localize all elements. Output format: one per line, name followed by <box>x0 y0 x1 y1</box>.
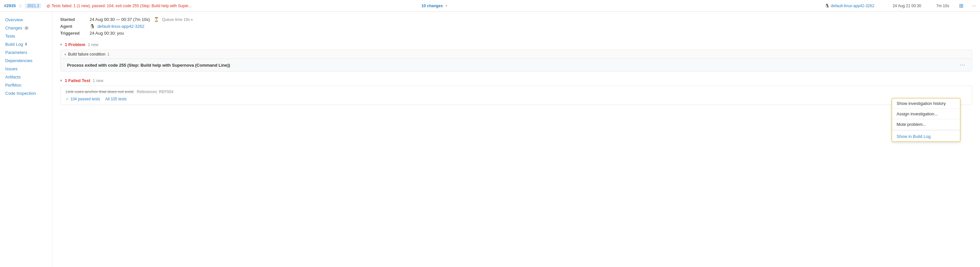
sidebar-label-parameters: Parameters <box>5 50 27 55</box>
failed-tests-title: 1 Failed Test <box>65 78 90 83</box>
build-id[interactable]: #2935 <box>4 3 16 8</box>
sidebar-item-changes[interactable]: Changes 8 <box>0 24 52 32</box>
queue-time: Queue time 19s <box>162 17 190 22</box>
star-icon[interactable]: ☆ <box>18 3 22 8</box>
context-menu-divider <box>892 130 960 131</box>
changes-dropdown-icon[interactable]: ▾ <box>445 4 447 8</box>
test-refs: References: REF004 <box>137 89 173 94</box>
page-layout: Overview Changes 8 Tests Build Log ⬇ Par… <box>0 12 980 267</box>
build-status: ⊘ Tests failed: 1 (1 new), passed: 104; … <box>46 3 419 8</box>
download-icon: ⬇ <box>24 42 27 46</box>
started-label: Started <box>60 17 90 22</box>
failed-tests-header: ▾ 1 Failed Test 1 new <box>60 78 972 83</box>
passed-count: ✓ 104 passed tests <box>66 97 100 101</box>
sidebar-item-issues[interactable]: Issues <box>0 65 52 73</box>
sidebar-item-perfmon[interactable]: PerfMon <box>0 81 52 89</box>
error-icon: ⊘ <box>46 3 50 8</box>
started-time: 24 Aug 00:30 — 00:37 (7m 10s) <box>90 17 150 22</box>
sidebar: Overview Changes 8 Tests Build Log ⬇ Par… <box>0 12 52 267</box>
subsection-toggle[interactable]: ▾ <box>64 52 66 56</box>
failure-more-icon[interactable]: ··· <box>960 62 965 68</box>
context-menu-mute-problem[interactable]: Mute problem... <box>892 119 960 130</box>
build-info-table: Started 24 Aug 00:30 — 00:37 (7m 10s) ⏳ … <box>60 17 972 36</box>
test-counts: ✓ 104 passed tests All 105 tests <box>66 97 967 101</box>
sidebar-label-issues: Issues <box>5 66 18 71</box>
agent-icon: 🐧 <box>825 3 829 8</box>
queue-dropdown-icon[interactable]: ▾ <box>191 18 192 22</box>
problems-toggle[interactable]: ▾ <box>60 43 62 47</box>
sidebar-item-overview[interactable]: Overview <box>0 16 52 24</box>
triggered-value: 24 Aug 00:30: you <box>90 31 124 36</box>
sidebar-label-tests: Tests <box>5 34 15 38</box>
started-value: 24 Aug 00:30 — 00:37 (7m 10s) ⏳ Queue ti… <box>90 17 192 22</box>
agent-info: 🐧 default-linux-app42-3262 <box>825 3 874 8</box>
top-more-icon[interactable]: ··· <box>972 3 976 9</box>
agent-value: 🐧 default-linux-app42-3262 <box>90 24 144 29</box>
info-row-started: Started 24 Aug 00:30 — 00:37 (7m 10s) ⏳ … <box>60 17 972 22</box>
status-text: Tests failed: 1 (1 new), passed: 104; ex… <box>52 3 192 8</box>
sidebar-label-code-inspection: Code Inspection <box>5 91 36 96</box>
agent-label: Agent <box>60 24 90 29</box>
problems-section: ▾ 1 Problem 1 new ▾ Build failure condit… <box>60 42 972 72</box>
test-name[interactable]: Link uses anchor that does not exist <box>66 89 134 94</box>
problems-new-count: 1 new <box>88 43 99 47</box>
top-bar: #2935 ☆ 2021.2 ⊘ Tests failed: 1 (1 new)… <box>0 0 980 12</box>
info-row-triggered: Triggered 24 Aug 00:30: you <box>60 31 972 36</box>
agent-name[interactable]: default-linux-app42-3262 <box>831 3 874 8</box>
failure-row: Process exited with code 255 (Step: Buil… <box>60 59 972 71</box>
changes-badge: 8 <box>24 26 29 30</box>
subsection-title: Build failure condition <box>68 52 105 57</box>
sidebar-label-buildlog: Build Log <box>5 42 23 47</box>
agent-link[interactable]: default-linux-app42-3262 <box>97 24 145 29</box>
layers-icon[interactable]: ⊞ <box>959 3 963 9</box>
problems-title: 1 Problem <box>65 42 85 47</box>
test-name-row: Link uses anchor that does not exist Ref… <box>66 89 967 94</box>
triggered-label: Triggered <box>60 31 90 36</box>
sidebar-label-changes: Changes <box>5 25 22 30</box>
context-menu-investigation-history[interactable]: Show investigation history <box>892 99 960 109</box>
sidebar-label-dependencies: Dependencies <box>5 58 32 63</box>
problems-header: ▾ 1 Problem 1 new <box>60 42 972 47</box>
all-tests-link[interactable]: All 105 tests <box>105 97 127 101</box>
failed-tests-toggle[interactable]: ▾ <box>60 78 62 83</box>
sidebar-label-perfmon: PerfMon <box>5 83 21 87</box>
subsection-header: ▾ Build failure condition 1 <box>60 50 972 59</box>
build-duration: 7m 10s <box>936 3 949 8</box>
context-menu-show-in-log[interactable]: Show in Build Log <box>892 131 960 141</box>
changes-link[interactable]: 10 changes <box>421 3 442 8</box>
sidebar-label-overview: Overview <box>5 17 23 22</box>
failure-text: Process exited with code 255 (Step: Buil… <box>67 63 230 68</box>
sidebar-item-dependencies[interactable]: Dependencies <box>0 57 52 65</box>
failed-tests-section: ▾ 1 Failed Test 1 new Link uses anchor t… <box>60 78 972 105</box>
sidebar-item-artifacts[interactable]: Artifacts <box>0 73 52 81</box>
agent-os-icon: 🐧 <box>90 24 95 29</box>
failed-test-row: Link uses anchor that does not exist Ref… <box>60 86 972 105</box>
passed-icon: ✓ <box>66 97 69 101</box>
main-content: Started 24 Aug 00:30 — 00:37 (7m 10s) ⏳ … <box>52 12 980 267</box>
build-failure-subsection: ▾ Build failure condition 1 Process exit… <box>60 50 972 72</box>
hourglass-icon: ⏳ <box>154 17 159 22</box>
subsection-count: 1 <box>107 52 110 57</box>
build-version: 2021.2 <box>25 3 41 8</box>
sidebar-item-tests[interactable]: Tests <box>0 32 52 40</box>
sidebar-item-code-inspection[interactable]: Code Inspection <box>0 89 52 97</box>
failed-tests-new-count: 1 new <box>93 78 103 83</box>
sidebar-item-parameters[interactable]: Parameters <box>0 48 52 57</box>
context-menu: Show investigation history Assign invest… <box>892 98 960 142</box>
info-row-agent: Agent 🐧 default-linux-app42-3262 <box>60 24 972 29</box>
context-menu-assign-investigation[interactable]: Assign investigation... <box>892 109 960 119</box>
sidebar-item-buildlog[interactable]: Build Log ⬇ <box>0 40 52 48</box>
sidebar-label-artifacts: Artifacts <box>5 75 21 79</box>
passed-count-text[interactable]: 104 passed tests <box>70 97 100 101</box>
build-date: 24 Aug 21 00:30 <box>892 3 921 8</box>
